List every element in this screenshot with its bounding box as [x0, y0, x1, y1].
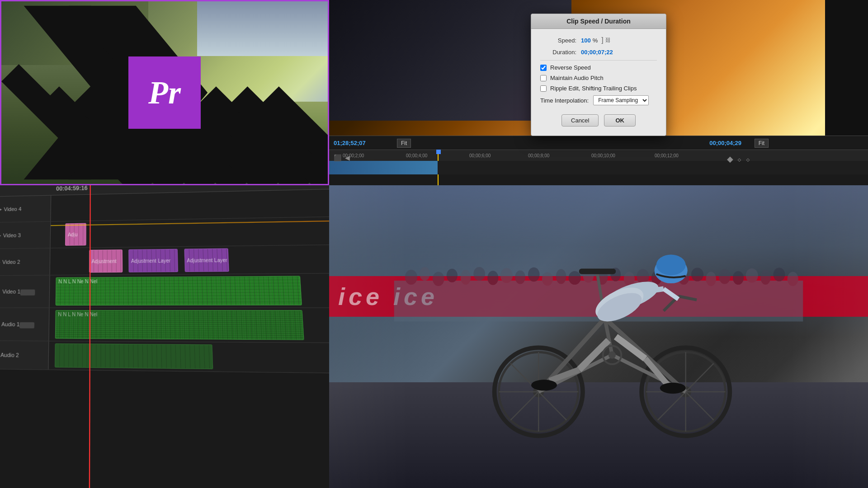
- camera-icon[interactable]: ⬛: [334, 154, 341, 161]
- dialog-title-bar: Clip Speed / Duration: [531, 14, 666, 29]
- mute-button-v1[interactable]: [20, 289, 35, 295]
- link-icon: ]: [601, 36, 603, 44]
- time-marker-2: 00;00;4;00: [406, 153, 427, 158]
- fit-dropdown-left[interactable]: Fit: [397, 139, 411, 148]
- duration-value[interactable]: 00;00;07;22: [581, 49, 613, 56]
- clip-segment: [329, 161, 438, 174]
- track-arrow-icon-v2: ▶: [0, 260, 0, 265]
- speed-unit: %: [593, 37, 598, 44]
- svg-point-49: [609, 351, 616, 358]
- track-arrow-icon-v1: ▼: [0, 289, 0, 294]
- speed-row: Speed: 100 % ] ⛓: [540, 36, 657, 44]
- speed-label: Speed:: [540, 37, 576, 44]
- dialog-divider: [540, 60, 657, 61]
- playhead-diamond: [436, 150, 441, 154]
- track-video2: ▶ Video 2 Adjustment Adjustment Layer Ad…: [0, 244, 329, 276]
- clip-text-v1: N N L N Ne N Nel: [58, 279, 97, 285]
- ok-button[interactable]: OK: [604, 114, 636, 127]
- timeline-area: 01;28;52;07 Fit 00;00;04;29 Fit 00;00;2;…: [329, 136, 868, 185]
- clip-bar: [329, 161, 868, 174]
- svg-rect-32: [579, 268, 616, 274]
- svg-point-46: [531, 380, 557, 390]
- time-marker-6: 00;00;12;00: [655, 153, 679, 158]
- svg-line-34: [678, 296, 697, 300]
- timecode-left: 01;28;52;07: [334, 140, 366, 146]
- mute-button-a1[interactable]: [19, 322, 34, 328]
- svg-point-37: [656, 254, 685, 275]
- clip-pattern: [66, 224, 85, 245]
- dialog-title: Clip Speed / Duration: [566, 18, 631, 25]
- clip-pattern: [90, 250, 122, 272]
- svg-line-39: [664, 289, 679, 299]
- clip-pattern: [129, 249, 178, 272]
- reverse-speed-checkbox[interactable]: [540, 65, 547, 71]
- track-label-video1: ▼ Video 1: [0, 276, 50, 308]
- clip-v3-1[interactable]: Adju: [65, 223, 86, 246]
- track-content-video2: Adjustment Adjustment Layer Adjustment L…: [50, 244, 329, 275]
- clip-text-a1: N N L N Ne N Nel: [58, 312, 97, 318]
- track-name-video4: Video 4: [4, 206, 21, 212]
- clip-v2-3[interactable]: Adjustment Layer: [184, 248, 229, 272]
- ripple-edit-checkbox[interactable]: [540, 85, 547, 92]
- cancel-button[interactable]: Cancel: [561, 114, 599, 127]
- clip-a2-1[interactable]: [55, 343, 213, 369]
- track-name-audio1: Audio 1: [1, 321, 20, 328]
- chain-icon: ⛓: [605, 37, 611, 43]
- track-name-video1: Video 1: [2, 289, 20, 295]
- dialog-buttons: Cancel OK: [540, 111, 657, 128]
- premiere-logo-letter: Pr: [148, 74, 181, 112]
- panel-video-editor: 01;28;52;07 Fit 00;00;04;29 Fit 00;00;2;…: [329, 0, 868, 185]
- timeline-content: 00:04:59:16 ▶ Video 4 ▶ Video 3: [0, 185, 329, 488]
- clip-v1-1[interactable]: N N L N Ne N Nel: [56, 276, 302, 306]
- duration-label: Duration:: [540, 49, 576, 56]
- panel-timeline: 00:04:59:16 ▶ Video 4 ▶ Video 3: [0, 185, 329, 488]
- track-label-video2: ▶ Video 2: [0, 249, 51, 276]
- clip-v2-1[interactable]: Adjustment: [89, 249, 123, 272]
- track-audio1: ▼ Audio 1 N N L N Ne N Nel: [0, 308, 329, 343]
- track-content-audio2: [48, 341, 329, 373]
- maintain-audio-pitch-label: Maintain Audio Pitch: [550, 75, 604, 81]
- timecode-right: 00;00;04;29: [709, 140, 741, 146]
- time-marker-4: 00;00;8;00: [528, 153, 549, 158]
- time-interpolation-row: Time Interpolation: Frame Sampling: [540, 95, 657, 105]
- arrow-left-icon[interactable]: ◀: [345, 154, 350, 161]
- marker-left-icon[interactable]: ⬦: [737, 155, 742, 164]
- clip-a1-1[interactable]: N N L N Ne N Nel: [55, 310, 304, 340]
- track-audio2: ▼ Audio 2: [0, 341, 329, 374]
- clip-v2-2[interactable]: Adjustment Layer: [128, 249, 178, 272]
- clip-pattern: [184, 249, 228, 272]
- svg-point-47: [660, 382, 686, 393]
- ripple-edit-label: Ripple Edit, Shifting Trailing Clips: [550, 85, 637, 92]
- track-name-video3: Video 3: [3, 232, 21, 238]
- track-name-audio2: Audio 2: [0, 352, 19, 358]
- premiere-logo-box: Pr: [128, 56, 201, 129]
- track-video1: ▼ Video 1 N N L N Ne N Nel: [0, 273, 329, 308]
- dialog-body: Speed: 100 % ] ⛓ Duration: 00;00;07;22 R…: [531, 29, 666, 136]
- duration-row: Duration: 00;00;07;22: [540, 49, 657, 56]
- interpolation-label: Time Interpolation:: [540, 97, 589, 104]
- track-name-video2: Video 2: [2, 259, 20, 265]
- maintain-audio-pitch-checkbox[interactable]: [540, 75, 547, 81]
- track-content-audio1: N N L N Ne N Nel: [49, 308, 329, 343]
- speed-value[interactable]: 100: [581, 37, 591, 44]
- reverse-speed-row: Reverse Speed: [540, 64, 657, 71]
- ripple-edit-row: Ripple Edit, Shifting Trailing Clips: [540, 85, 657, 92]
- track-label-audio2: ▼ Audio 2: [0, 341, 49, 370]
- clip-pattern-a2: [55, 344, 212, 369]
- marker-diamond-icon[interactable]: ◆: [727, 154, 733, 164]
- marker-right-icon[interactable]: ⬦: [745, 155, 750, 164]
- panel-cyclist: ice ice: [329, 185, 868, 488]
- track-arrow-icon: ▶: [0, 207, 2, 212]
- track-label-video4: ▶ Video 4: [0, 196, 51, 222]
- interpolation-select[interactable]: Frame Sampling: [593, 95, 649, 105]
- timeline-controls: ⬛ ◀: [334, 154, 350, 161]
- track-label-audio1: ▼ Audio 1: [0, 308, 50, 341]
- time-marker-5: 00;00;10;00: [591, 153, 615, 158]
- clip-speed-dialog: Clip Speed / Duration Speed: 100 % ] ⛓ D…: [531, 14, 666, 136]
- track-label-video3: ▶ Video 3: [0, 222, 51, 249]
- fit-dropdown-right[interactable]: Fit: [755, 139, 769, 148]
- timeline-controls-right: ◆ ⬦ ⬦: [727, 154, 750, 164]
- maintain-audio-pitch-row: Maintain Audio Pitch: [540, 75, 657, 81]
- time-marker-3: 00;00;6;00: [469, 153, 491, 158]
- track-arrow-icon-v3: ▶: [0, 233, 1, 238]
